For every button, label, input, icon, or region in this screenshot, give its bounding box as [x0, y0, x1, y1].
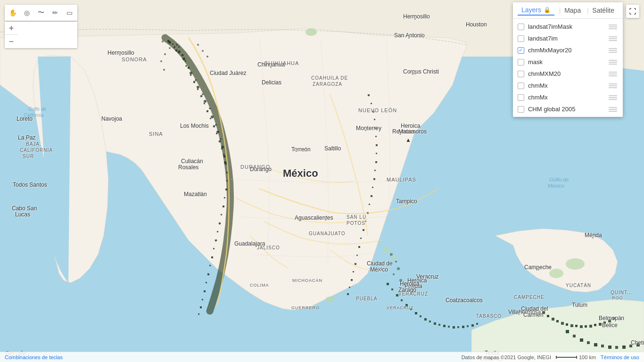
svg-rect-108: [434, 322, 436, 325]
satelite-tab[interactable]: Satélite: [588, 6, 618, 15]
svg-rect-68: [375, 161, 377, 163]
shape-tool[interactable]: ▭: [63, 6, 76, 19]
svg-rect-45: [224, 197, 226, 199]
svg-rect-120: [552, 318, 554, 321]
layer-handle-chmmx2[interactable]: [609, 95, 618, 100]
svg-rect-130: [599, 323, 602, 326]
svg-rect-69: [374, 170, 376, 171]
keyboard-shortcuts[interactable]: Combinaciones de teclas: [5, 354, 63, 360]
svg-rect-81: [353, 271, 354, 272]
svg-rect-109: [438, 324, 440, 326]
layer-checkbox-chmglobal2005[interactable]: [518, 106, 524, 113]
svg-rect-134: [566, 330, 569, 333]
svg-rect-62: [372, 111, 374, 113]
layer-item-landsat7immask[interactable]: landsat7imMask: [513, 21, 623, 33]
terms-link[interactable]: Términos de uso: [601, 354, 639, 360]
svg-point-10: [195, 79, 197, 81]
line-tool[interactable]: 〜: [34, 6, 48, 19]
svg-rect-138: [594, 343, 597, 346]
svg-point-97: [399, 279, 402, 282]
layer-checkbox-chmmx2[interactable]: [518, 94, 524, 101]
svg-rect-78: [358, 246, 360, 248]
svg-rect-115: [467, 325, 469, 327]
svg-rect-73: [369, 204, 370, 205]
map-data: Datos de mapas ©2021 Google, INEGI: [462, 354, 551, 360]
layer-handle-landsat7im[interactable]: [609, 36, 618, 41]
svg-rect-60: [368, 94, 370, 96]
layer-handle-chmmxm20[interactable]: [609, 72, 618, 76]
layer-checkbox-chmmxmayor20[interactable]: ✓: [518, 47, 524, 54]
svg-rect-121: [556, 320, 559, 322]
svg-rect-66: [376, 144, 378, 146]
marker-tool[interactable]: ◎: [20, 6, 33, 19]
svg-rect-105: [420, 315, 421, 317]
layer-checkbox-landsat7im[interactable]: [518, 35, 524, 42]
layers-tab[interactable]: Layers 🔒: [518, 5, 554, 16]
layers-panel: Layers 🔒 | Mapa | Satélite landsat7imMas…: [513, 2, 623, 117]
svg-rect-107: [429, 321, 431, 322]
svg-point-88: [160, 60, 162, 62]
top-right-controls: [626, 5, 639, 18]
hand-tool[interactable]: ✋: [6, 6, 19, 19]
svg-rect-106: [424, 318, 427, 321]
svg-rect-76: [363, 229, 364, 231]
svg-rect-52: [211, 256, 213, 258]
layer-checkbox-landsat7immask[interactable]: [518, 24, 524, 30]
svg-point-7: [182, 58, 185, 60]
svg-point-11: [197, 86, 199, 89]
layer-handle-mask[interactable]: [609, 60, 618, 65]
zoom-out-button[interactable]: −: [5, 35, 18, 48]
svg-point-145: [305, 28, 317, 36]
layer-item-landsat7im[interactable]: landsat7im: [513, 33, 623, 44]
svg-rect-129: [594, 324, 596, 326]
svg-rect-123: [566, 323, 568, 326]
layer-name-chmmxm20: chmMXM20: [528, 70, 605, 77]
draw-tool[interactable]: ✏: [49, 6, 62, 19]
svg-rect-141: [615, 346, 618, 349]
layer-item-mask[interactable]: mask: [513, 56, 623, 68]
svg-rect-124: [570, 324, 573, 327]
svg-rect-77: [360, 238, 362, 239]
svg-point-12: [202, 93, 204, 95]
svg-rect-140: [608, 346, 611, 349]
layer-item-chmmx2[interactable]: chmMx: [513, 91, 623, 103]
layer-name-mask: mask: [528, 58, 605, 66]
layer-item-chmmxmayor20[interactable]: ✓ chmMxMayor20: [513, 44, 623, 56]
svg-rect-40: [223, 156, 225, 157]
layer-item-chmmxm20[interactable]: chmMXM20: [513, 68, 623, 80]
svg-rect-100: [396, 294, 398, 296]
layer-handle-chmmx1[interactable]: [609, 83, 618, 88]
svg-rect-72: [371, 195, 372, 197]
svg-point-85: [162, 41, 164, 42]
svg-rect-63: [374, 119, 375, 120]
svg-rect-104: [415, 312, 417, 314]
layer-handle-landsat7immask[interactable]: [609, 25, 618, 29]
svg-rect-67: [376, 153, 377, 154]
svg-point-96: [393, 273, 395, 275]
svg-rect-139: [601, 345, 604, 347]
layer-checkbox-chmmx1[interactable]: [518, 82, 524, 89]
layer-handle-chmmxmayor20[interactable]: [609, 48, 618, 53]
layer-name-landsat7immask: landsat7imMask: [528, 23, 605, 30]
layer-checkbox-mask[interactable]: [518, 59, 524, 66]
svg-point-86: [169, 47, 171, 49]
toolbar: ✋ ◎ 〜 ✏ ▭: [5, 5, 77, 21]
mapa-tab[interactable]: Mapa: [561, 6, 585, 15]
layer-item-chmmx1[interactable]: chmMx: [513, 80, 623, 91]
lock-icon: 🔒: [544, 7, 551, 13]
svg-rect-136: [580, 338, 583, 342]
zoom-in-button[interactable]: +: [5, 22, 18, 35]
svg-rect-64: [375, 127, 377, 129]
svg-point-13: [204, 100, 206, 103]
svg-rect-98: [387, 283, 389, 285]
svg-rect-30: [193, 81, 196, 83]
layer-item-chmglobal2005[interactable]: CHM global 2005: [513, 103, 623, 115]
fullscreen-button[interactable]: [626, 5, 639, 18]
svg-rect-116: [471, 324, 474, 327]
layer-checkbox-chmmxm20[interactable]: [518, 71, 524, 77]
svg-text:California: California: [24, 113, 44, 118]
layer-handle-chmglobal2005[interactable]: [609, 107, 618, 112]
svg-text:Golfo de: Golfo de: [28, 107, 46, 112]
layer-name-landsat7im: landsat7im: [528, 35, 605, 42]
map-container[interactable]: Golfo de California Golfo de México Herm…: [0, 0, 644, 362]
